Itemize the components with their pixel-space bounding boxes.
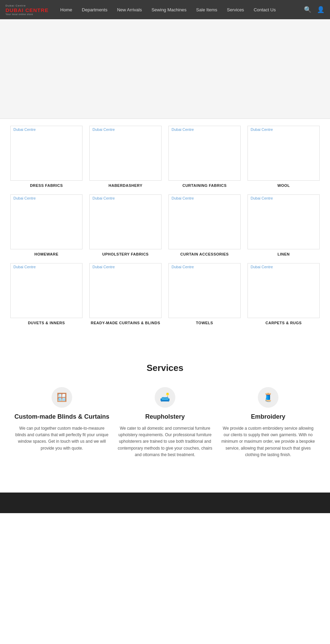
product-image-curtains-blinds: Dubai Centre	[89, 263, 162, 318]
service-desc-reupholstery: We cater to all domestic and commercial …	[117, 425, 213, 458]
service-title-blinds-curtains: Custom-made Blinds & Curtains	[14, 413, 110, 420]
footer	[0, 493, 330, 513]
product-card-duvets[interactable]: Dubai Centre DUVETS & INNERS	[10, 263, 82, 325]
product-image-label: Dubai Centre	[90, 126, 118, 134]
product-title-homeware: HOMEWARE	[34, 252, 58, 256]
product-title-linen: LINEN	[277, 252, 290, 256]
product-image-duvets: Dubai Centre	[10, 263, 82, 318]
service-desc-embroidery: We provide a custom embroidery service a…	[220, 425, 316, 458]
service-title-reupholstery: Reupholstery	[117, 413, 213, 420]
product-title-haberdashery: HABERDASHERY	[109, 183, 143, 188]
product-card-upholstery-fabrics[interactable]: Dubai Centre UPHOLSTERY FABRICS	[89, 194, 162, 256]
product-image-label: Dubai Centre	[90, 263, 118, 271]
product-card-homeware[interactable]: Dubai Centre HOMEWARE	[10, 194, 82, 256]
nav-sale-items[interactable]: Sale Items	[191, 0, 222, 19]
services-section: Services 🪟 Custom-made Blinds & Curtains…	[0, 349, 330, 465]
product-row-3: Dubai Centre DUVETS & INNERS Dubai Centr…	[10, 263, 320, 325]
service-card-blinds-curtains: 🪟 Custom-made Blinds & Curtains We can p…	[14, 387, 110, 458]
product-card-towels[interactable]: Dubai Centre TOWELS	[168, 263, 241, 325]
product-image-label: Dubai Centre	[248, 126, 276, 134]
product-card-curtains-blinds[interactable]: Dubai Centre READY-MADE CURTAINS & BLIND…	[89, 263, 162, 325]
product-title-upholstery-fabrics: UPHOLSTERY FABRICS	[102, 252, 149, 256]
product-title-dress-fabrics: DRESS FABRICS	[30, 183, 63, 188]
product-card-curtain-accessories[interactable]: Dubai Centre CURTAIN ACCESSORIES	[168, 194, 241, 256]
product-image-label: Dubai Centre	[169, 194, 197, 202]
product-image-linen: Dubai Centre	[248, 194, 320, 249]
product-image-haberdashery: Dubai Centre	[89, 126, 162, 181]
service-desc-blinds-curtains: We can put together custom made-to-measu…	[14, 425, 110, 452]
search-icon[interactable]: 🔍	[304, 6, 311, 13]
product-image-label: Dubai Centre	[90, 194, 118, 202]
product-image-wool: Dubai Centre	[248, 126, 320, 181]
product-image-towels: Dubai Centre	[168, 263, 241, 318]
product-image-label: Dubai Centre	[169, 126, 197, 134]
nav-links: Home Departments New Arrivals Sewing Mac…	[55, 0, 304, 19]
logo[interactable]: Dubai Centre DUBAI CENTRE Your local onl…	[6, 4, 48, 15]
navbar: Dubai Centre DUBAI CENTRE Your local onl…	[0, 0, 330, 19]
blinds-curtains-icon: 🪟	[52, 387, 72, 408]
service-title-embroidery: Embroidery	[220, 413, 316, 420]
product-title-carpets: CARPETS & RUGS	[265, 321, 301, 325]
services-grid: 🪟 Custom-made Blinds & Curtains We can p…	[10, 387, 320, 458]
product-image-dress-fabrics: Dubai Centre	[10, 126, 82, 181]
nav-new-arrivals[interactable]: New Arrivals	[112, 0, 146, 19]
product-card-carpets[interactable]: Dubai Centre CARPETS & RUGS	[248, 263, 320, 325]
services-heading: Services	[10, 363, 320, 373]
product-image-curtaining-fabrics: Dubai Centre	[168, 126, 241, 181]
nav-departments[interactable]: Departments	[77, 0, 112, 19]
nav-icon-group: 🔍 👤	[304, 6, 324, 13]
embroidery-icon: 🧵	[258, 387, 278, 408]
product-image-curtain-accessories: Dubai Centre	[168, 194, 241, 249]
product-title-towels: TOWELS	[196, 321, 213, 325]
product-grid-section: Dubai Centre DRESS FABRICS Dubai Centre …	[0, 119, 330, 339]
product-card-haberdashery[interactable]: Dubai Centre HABERDASHERY	[89, 126, 162, 188]
product-image-label: Dubai Centre	[169, 263, 197, 271]
product-image-homeware: Dubai Centre	[10, 194, 82, 249]
service-card-reupholstery: 🛋️ Reupholstery We cater to all domestic…	[117, 387, 213, 458]
user-icon[interactable]: 👤	[317, 6, 324, 13]
nav-home[interactable]: Home	[55, 0, 77, 19]
product-card-dress-fabrics[interactable]: Dubai Centre DRESS FABRICS	[10, 126, 82, 188]
logo-sub-text: Your local online store	[6, 13, 48, 15]
hero-banner	[0, 19, 330, 119]
product-image-upholstery-fabrics: Dubai Centre	[89, 194, 162, 249]
product-image-label: Dubai Centre	[11, 194, 38, 202]
product-title-wool: WOOL	[277, 183, 290, 188]
nav-contact-us[interactable]: Contact Us	[249, 0, 280, 19]
product-title-curtain-accessories: CURTAIN ACCESSORIES	[180, 252, 229, 256]
service-card-embroidery: 🧵 Embroidery We provide a custom embroid…	[220, 387, 316, 458]
nav-services[interactable]: Services	[222, 0, 249, 19]
nav-sewing-machines[interactable]: Sewing Machines	[147, 0, 191, 19]
product-image-carpets: Dubai Centre	[248, 263, 320, 318]
product-card-curtaining-fabrics[interactable]: Dubai Centre CURTAINING FABRICS	[168, 126, 241, 188]
product-image-label: Dubai Centre	[248, 263, 276, 271]
product-image-label: Dubai Centre	[248, 194, 276, 202]
logo-main-text: DUBAI CENTRE	[6, 7, 48, 13]
product-image-label: Dubai Centre	[11, 126, 38, 134]
product-row-1: Dubai Centre DRESS FABRICS Dubai Centre …	[10, 126, 320, 188]
product-title-curtains-blinds: READY-MADE CURTAINS & BLINDS	[91, 321, 160, 325]
product-image-label: Dubai Centre	[11, 263, 38, 271]
product-row-2: Dubai Centre HOMEWARE Dubai Centre UPHOL…	[10, 194, 320, 256]
product-title-duvets: DUVETS & INNERS	[28, 321, 65, 325]
logo-top-text: Dubai Centre	[6, 4, 48, 7]
product-card-wool[interactable]: Dubai Centre WOOL	[248, 126, 320, 188]
product-card-linen[interactable]: Dubai Centre LINEN	[248, 194, 320, 256]
reupholstery-icon: 🛋️	[155, 387, 175, 408]
product-title-curtaining-fabrics: CURTAINING FABRICS	[183, 183, 227, 188]
